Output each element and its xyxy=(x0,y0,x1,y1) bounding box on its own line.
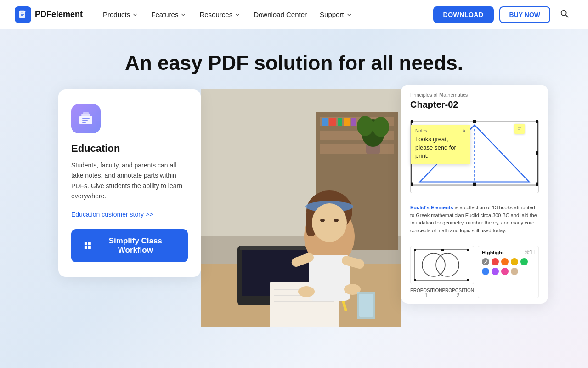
education-card: Education Students, faculty, and parents… xyxy=(58,89,201,277)
nav-products[interactable]: Products xyxy=(97,7,144,22)
svg-rect-66 xyxy=(441,249,444,251)
color-dot-purple[interactable] xyxy=(492,268,499,275)
color-dot-yellow[interactable] xyxy=(511,258,518,265)
note-lines-icon xyxy=(517,126,522,132)
bottom-section: PROPOSITION 1 PROPOSITION 2 Highlight ⌘^… xyxy=(410,246,539,298)
education-title: Education xyxy=(71,143,188,155)
education-icon-wrap xyxy=(71,104,101,133)
svg-rect-20 xyxy=(329,118,336,126)
search-icon xyxy=(560,9,570,19)
svg-rect-69 xyxy=(467,279,469,281)
svg-rect-18 xyxy=(320,144,394,154)
nav-download-center[interactable]: Download Center xyxy=(248,7,312,22)
svg-rect-4 xyxy=(81,114,90,116)
svg-rect-58 xyxy=(536,151,538,155)
svg-point-71 xyxy=(436,253,459,276)
pencil-icon xyxy=(483,259,488,264)
highlight-title: Highlight ⌘^H xyxy=(482,250,535,255)
svg-line-2 xyxy=(566,15,569,17)
euclid-bold: Euclid's Elements xyxy=(410,205,453,210)
color-dot-green[interactable] xyxy=(520,258,528,265)
search-button[interactable] xyxy=(556,5,573,24)
panel-title: Chapter-02 xyxy=(410,99,539,110)
navbar: PDFelement Products Features Resources D… xyxy=(0,0,588,29)
color-dot-pink[interactable] xyxy=(501,268,509,275)
svg-rect-56 xyxy=(536,183,538,186)
nav-products-label: Products xyxy=(103,11,130,18)
svg-rect-64 xyxy=(415,249,469,281)
nav-features[interactable]: Features xyxy=(146,7,192,22)
nav-download-center-label: Download Center xyxy=(254,11,307,18)
logo-icon xyxy=(15,6,31,23)
color-dot-red[interactable] xyxy=(492,258,499,265)
nav-actions: DOWNLOAD BUY NOW xyxy=(433,5,573,24)
svg-rect-23 xyxy=(351,118,356,126)
buynow-button[interactable]: BUY NOW xyxy=(499,6,550,23)
chevron-down-icon xyxy=(346,12,352,18)
divider xyxy=(410,242,539,242)
logo-text: PDFelement xyxy=(35,10,83,19)
highlight-panel: Highlight ⌘^H xyxy=(478,246,539,298)
svg-point-42 xyxy=(320,218,325,222)
chevron-down-icon xyxy=(234,12,241,18)
svg-rect-50 xyxy=(359,294,373,317)
download-button[interactable]: DOWNLOAD xyxy=(433,6,494,23)
sticky-note-icon xyxy=(514,124,525,134)
simplify-workflow-button[interactable]: Simplify Class Workflow xyxy=(71,229,188,262)
education-story-link[interactable]: Education customer story >> xyxy=(71,211,188,218)
nav-items: Products Features Resources Download Cen… xyxy=(97,7,433,22)
nav-resources[interactable]: Resources xyxy=(194,7,246,22)
logo[interactable]: PDFelement xyxy=(15,6,83,23)
simplify-btn-label: Simplify Class Workflow xyxy=(96,236,175,255)
panel-subtitle: Principles of Mathematics xyxy=(410,92,539,98)
panel-body: Notes ✕ Looks great, please send for pri… xyxy=(401,114,548,304)
svg-rect-68 xyxy=(414,279,416,281)
pdf-icon xyxy=(18,10,28,20)
color-dot-blue[interactable] xyxy=(482,268,489,275)
education-icon xyxy=(78,110,94,127)
chevron-down-icon xyxy=(132,12,138,18)
nav-resources-label: Resources xyxy=(199,11,232,18)
svg-rect-9 xyxy=(85,242,87,245)
svg-rect-8 xyxy=(82,122,86,123)
notes-label: Notes xyxy=(415,128,427,133)
photo-background xyxy=(201,89,401,327)
svg-rect-55 xyxy=(411,183,413,186)
nav-support[interactable]: Support xyxy=(314,7,358,22)
proposition-labels: PROPOSITION 1 PROPOSITION 2 xyxy=(410,286,474,298)
svg-point-27 xyxy=(373,117,389,137)
svg-point-26 xyxy=(357,116,373,136)
svg-rect-12 xyxy=(88,246,91,248)
highlight-shortcut: ⌘^H xyxy=(525,250,535,255)
education-description: Students, faculty, and parents can all t… xyxy=(71,160,188,201)
hero-section: An easy PDF solution for all needs. Educ… xyxy=(0,29,588,368)
nav-support-label: Support xyxy=(320,11,344,18)
euclid-text-section: Euclid's Elements is a collection of 13 … xyxy=(410,199,539,239)
color-dot-gray[interactable] xyxy=(511,268,518,275)
triangle-diagram: Notes ✕ Looks great, please send for pri… xyxy=(410,120,539,193)
svg-rect-54 xyxy=(536,120,538,123)
svg-rect-59 xyxy=(473,183,476,186)
pdf-preview-panel: Principles of Mathematics Chapter-02 xyxy=(401,85,548,304)
notes-header: Notes ✕ xyxy=(415,128,466,133)
svg-rect-52 xyxy=(411,120,413,123)
svg-rect-21 xyxy=(338,118,342,126)
svg-rect-10 xyxy=(88,242,91,245)
chevron-down-icon xyxy=(180,12,187,18)
svg-rect-19 xyxy=(322,118,328,126)
prop2-label: PROPOSITION 2 xyxy=(442,286,474,298)
svg-rect-67 xyxy=(467,249,469,251)
hero-photo xyxy=(201,89,401,327)
photo-illustration xyxy=(201,89,401,327)
svg-point-47 xyxy=(298,286,315,297)
svg-point-41 xyxy=(312,203,347,242)
color-dots xyxy=(482,258,535,275)
svg-rect-65 xyxy=(414,249,416,251)
highlight-label: Highlight xyxy=(482,250,504,255)
svg-rect-53 xyxy=(473,120,476,123)
color-pencil-icon[interactable] xyxy=(482,258,489,265)
color-dot-orange[interactable] xyxy=(501,258,509,265)
svg-rect-7 xyxy=(82,120,88,121)
nav-features-label: Features xyxy=(151,11,178,18)
svg-rect-11 xyxy=(85,246,87,248)
